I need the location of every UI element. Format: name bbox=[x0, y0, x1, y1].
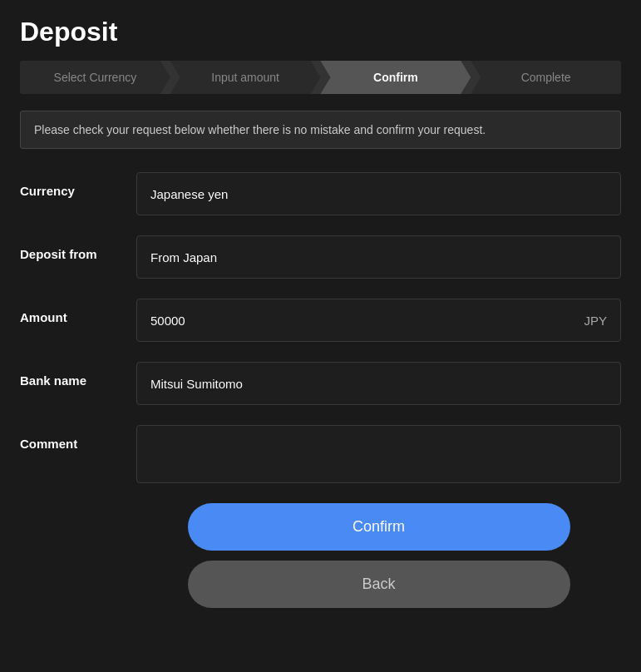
deposit-from-value: From Japan bbox=[150, 250, 217, 264]
amount-field: 50000 JPY bbox=[136, 299, 621, 342]
currency-label: Currency bbox=[20, 172, 136, 198]
comment-row: Comment bbox=[20, 425, 621, 483]
buttons-section: Confirm Back bbox=[20, 503, 621, 608]
bank-name-row: Bank name Mitsui Sumitomo bbox=[20, 362, 621, 405]
stepper: Select Currency Input amount Confirm Com… bbox=[20, 61, 621, 94]
notice-box: Please check your request below whether … bbox=[20, 111, 621, 149]
deposit-from-field: From Japan bbox=[136, 235, 621, 279]
deposit-from-row: Deposit from From Japan bbox=[20, 235, 621, 279]
bank-name-field: Mitsui Sumitomo bbox=[136, 362, 621, 405]
page-title: Deposit bbox=[20, 17, 621, 47]
step-confirm[interactable]: Confirm bbox=[321, 61, 471, 94]
amount-currency-code: JPY bbox=[584, 314, 607, 328]
deposit-from-label: Deposit from bbox=[20, 235, 136, 261]
step-complete[interactable]: Complete bbox=[471, 61, 621, 94]
currency-value: Japanese yen bbox=[150, 187, 228, 201]
step-input-amount[interactable]: Input amount bbox=[170, 61, 321, 94]
amount-row: Amount 50000 JPY bbox=[20, 299, 621, 342]
confirm-button[interactable]: Confirm bbox=[188, 503, 570, 551]
currency-row: Currency Japanese yen bbox=[20, 172, 621, 215]
bank-name-label: Bank name bbox=[20, 362, 136, 388]
comment-label: Comment bbox=[20, 425, 136, 451]
back-button[interactable]: Back bbox=[188, 561, 570, 608]
amount-label: Amount bbox=[20, 299, 136, 324]
bank-name-value: Mitsui Sumitomo bbox=[150, 377, 243, 391]
comment-field[interactable] bbox=[136, 425, 621, 483]
step-select-currency[interactable]: Select Currency bbox=[20, 61, 170, 94]
amount-value: 50000 bbox=[150, 314, 185, 328]
currency-field: Japanese yen bbox=[136, 172, 621, 215]
